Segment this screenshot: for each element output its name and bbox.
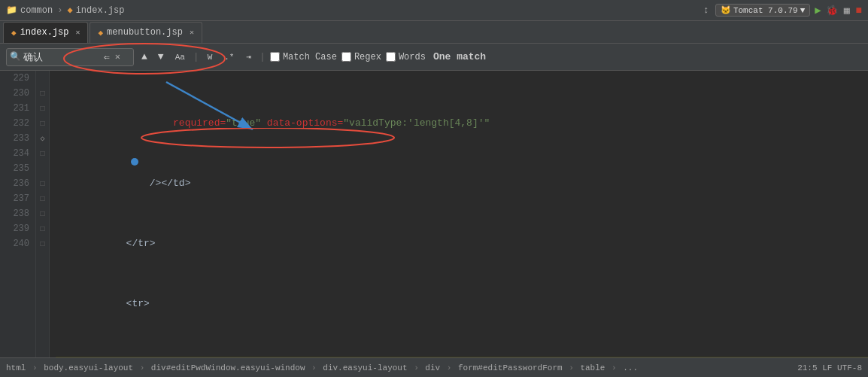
line-numbers: 229 230 231 232 233 234 235 236 237 238 … xyxy=(0,71,36,357)
run-button[interactable]: ▶ xyxy=(815,4,821,17)
bc-form: form#editPasswordForm xyxy=(458,363,563,372)
gutter-239: □ xyxy=(36,221,49,236)
code-area: 229 230 231 232 233 234 235 236 237 238 … xyxy=(0,71,868,357)
words-text: Words xyxy=(399,52,426,62)
line-num-237: 237 xyxy=(6,191,29,206)
code-line-232: <tr> xyxy=(56,296,868,312)
bc-html: html xyxy=(6,363,26,372)
code-content-wrapper: required="true" data-options="validType:… xyxy=(50,71,868,357)
title-bar: 📁 common › ◆ index.jsp ↕ 🐱 Tomcat 7.0.79… xyxy=(0,0,868,21)
status-breadcrumb: html › body.easyui-layout › div#editPwdW… xyxy=(6,363,638,372)
find-bar: 🔍 ⇐ ✕ ▲ ▼ Aa | W .* ⇥ | Match Case Regex… xyxy=(0,44,868,71)
breadcrumb-sep: › xyxy=(57,5,62,16)
sep1: | xyxy=(193,51,199,62)
tab-index-jsp[interactable]: ◆ index.jsp ✕ xyxy=(3,22,88,43)
line-num-234: 234 xyxy=(6,146,29,161)
prev-result-button[interactable]: ▲ xyxy=(138,50,150,64)
code-text-229: required="true" data-options="validType:… xyxy=(56,116,490,131)
match-count: One match xyxy=(433,51,486,62)
line-num-239: 239 xyxy=(6,221,29,236)
code-line-229: required="true" data-options="validType:… xyxy=(56,116,868,131)
line-num-236: 236 xyxy=(6,176,29,191)
breadcrumb-common: common xyxy=(20,5,53,16)
next-result-button[interactable]: ▼ xyxy=(155,50,167,64)
debug-button[interactable]: 🐞 xyxy=(826,5,838,17)
words-checkbox[interactable] xyxy=(386,52,396,62)
bc-body: body.easyui-layout xyxy=(44,363,133,372)
gutter-238: □ xyxy=(36,206,49,221)
line-num-230: 230 xyxy=(6,86,29,101)
match-case-label[interactable]: Match Case xyxy=(270,52,337,62)
sort-icon[interactable]: ↕ xyxy=(702,3,711,17)
clear-search-icon[interactable]: ✕ xyxy=(115,51,120,62)
line-num-233: 233 xyxy=(6,131,29,146)
status-bar: html › body.easyui-layout › div#editPwdW… xyxy=(0,357,868,377)
prev-match-icon[interactable]: ⇐ xyxy=(101,50,113,65)
bc-table: table xyxy=(580,363,605,372)
status-position: 21:5 LF UTF-8 xyxy=(797,363,862,372)
match-case-checkbox[interactable] xyxy=(270,52,280,62)
toolbar-right: ↕ 🐱 Tomcat 7.0.79 ▼ ▶ 🐞 ▦ ■ xyxy=(702,3,862,18)
code-text-231: </tr> xyxy=(56,236,156,251)
words-label[interactable]: Words xyxy=(386,52,426,62)
bc-div-window: div#editPwdWindow.easyui-window xyxy=(151,363,305,372)
tab-file-icon-index: ◆ xyxy=(11,28,17,38)
line-num-231: 231 xyxy=(6,101,29,116)
code-text-232: <tr> xyxy=(56,296,150,312)
keep-case-button[interactable]: Aa xyxy=(171,50,189,64)
find-input-wrap: 🔍 ⇐ ✕ xyxy=(6,48,134,66)
code-line-233: <td>确认密码：</td> xyxy=(56,357,868,357)
position-label: 21:5 LF UTF-8 xyxy=(797,363,862,372)
regex-label[interactable]: Regex xyxy=(341,52,381,62)
breadcrumb: 📁 common › ◆ index.jsp xyxy=(6,5,124,16)
bc-div-layout: div.easyui-layout xyxy=(323,363,407,372)
code-text-230: /></td> xyxy=(56,176,190,191)
tab-menubutton-jsp[interactable]: ◆ menubutton.jsp ✕ xyxy=(90,22,202,43)
bc-div: div xyxy=(425,363,440,372)
gutter-234: □ xyxy=(36,146,49,161)
search-input[interactable] xyxy=(23,51,99,62)
folder-icon: 📁 xyxy=(6,5,17,16)
stop-button[interactable]: ■ xyxy=(856,5,862,17)
code-content[interactable]: required="true" data-options="validType:… xyxy=(50,71,868,357)
gutter-235 xyxy=(36,161,49,176)
words-whole-button[interactable]: W xyxy=(204,50,217,64)
gutter-230: □ xyxy=(36,86,49,101)
coverage-button[interactable]: ▦ xyxy=(842,3,851,18)
tab-label-menu: menubutton.jsp xyxy=(107,27,183,38)
match-case-text: Match Case xyxy=(283,52,337,62)
gutter: □ □ □ ◇ □ □ □ □ □ □ xyxy=(36,71,50,357)
tomcat-label: Tomcat 7.0.79 xyxy=(733,6,798,15)
indent-button[interactable]: ⇥ xyxy=(242,50,255,64)
code-line-230: /></td> xyxy=(56,176,868,191)
gutter-231: □ xyxy=(36,101,49,116)
gutter-233: ◇ xyxy=(36,131,49,146)
tomcat-dropdown[interactable]: 🐱 Tomcat 7.0.79 ▼ xyxy=(715,4,810,17)
tab-close-menu[interactable]: ✕ xyxy=(190,28,194,37)
bc-ellipsis: ... xyxy=(623,363,638,372)
tomcat-icon: 🐱 xyxy=(721,5,731,15)
tab-bar: ◆ index.jsp ✕ ◆ menubutton.jsp ✕ xyxy=(0,21,868,44)
line-num-240: 240 xyxy=(6,236,29,251)
tab-label-index: index.jsp xyxy=(20,27,69,38)
line-num-232: 232 xyxy=(6,116,29,131)
line-num-229: 229 xyxy=(6,71,29,86)
tab-close-index[interactable]: ✕ xyxy=(75,28,80,37)
tab-file-icon-menu: ◆ xyxy=(98,28,103,38)
gutter-236: □ xyxy=(36,176,49,191)
gutter-237: □ xyxy=(36,191,49,206)
regex-button[interactable]: .* xyxy=(220,50,238,64)
line-num-238: 238 xyxy=(6,206,29,221)
code-line-231: </tr> xyxy=(56,236,868,251)
chevron-down-icon: ▼ xyxy=(800,6,806,15)
gutter-229 xyxy=(36,71,49,86)
gutter-232: □ xyxy=(36,116,49,131)
sep2: | xyxy=(259,51,266,62)
line-num-235: 235 xyxy=(6,161,29,176)
regex-text: Regex xyxy=(354,52,381,62)
file-icon: ◆ xyxy=(67,5,72,16)
regex-checkbox[interactable] xyxy=(341,52,351,62)
code-text-233: <td>确认密码：</td> xyxy=(56,357,253,357)
breadcrumb-file: index.jsp xyxy=(76,5,125,16)
gutter-240: □ xyxy=(36,236,49,251)
